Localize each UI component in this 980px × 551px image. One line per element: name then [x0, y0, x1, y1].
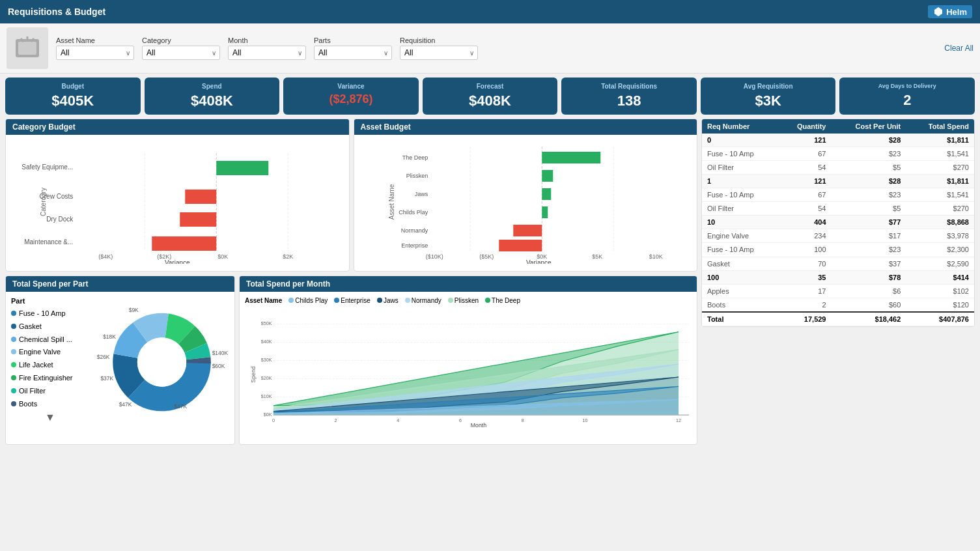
table-total-row: Total17,529$18,462$407,876	[702, 312, 974, 326]
svg-text:Month: Month	[471, 422, 486, 429]
svg-text:$0K: $0K	[217, 253, 228, 260]
clear-all-button[interactable]: Clear All	[944, 44, 973, 53]
table-cell: 35	[778, 270, 831, 284]
table-cell: Fuse - 10 Amp	[702, 188, 778, 202]
table-cell: Fuse - 10 Amp	[702, 147, 778, 161]
table-cell: 100	[778, 243, 831, 257]
asset-budget-chart: Asset Name The Deep Plissken Jaws Childs…	[359, 140, 692, 264]
legend-item: Life Jacket	[11, 359, 89, 372]
svg-text:$47K: $47K	[119, 401, 132, 408]
svg-text:Spend: Spend	[250, 366, 257, 382]
col-req-number: Req Number	[702, 119, 778, 134]
table-cell: $3,978	[906, 229, 974, 243]
table-cell: $78	[832, 270, 906, 284]
svg-text:8: 8	[522, 418, 524, 423]
table-row: Oil Filter54$5$270	[702, 161, 974, 175]
filter-parts: Parts All	[314, 36, 392, 60]
filter-month: Month All	[228, 36, 306, 60]
kpi-row: Budget $405K Spend $408K Variance ($2,87…	[0, 74, 980, 119]
table-cell: 10	[702, 216, 778, 229]
spend-per-part-body: Part Fuse - 10 Amp Gasket Chemical Spill…	[6, 292, 234, 432]
table-cell: 121	[778, 175, 831, 188]
category-budget-title: Category Budget	[6, 119, 349, 135]
svg-text:($4K): ($4K)	[98, 253, 113, 260]
table-cell: $2,300	[906, 243, 974, 257]
table-row: 10404$77$8,868	[702, 216, 974, 229]
svg-text:$60K: $60K	[212, 363, 225, 369]
table-cell: 54	[778, 202, 831, 216]
legend-item: Chemical Spill ...	[11, 333, 89, 346]
svg-text:Childs Play: Childs Play	[399, 209, 428, 216]
table-row: 0121$28$1,811	[702, 134, 974, 147]
requisition-select[interactable]: All	[400, 46, 478, 60]
svg-text:$47K: $47K	[174, 403, 187, 410]
table-cell: 54	[778, 161, 831, 175]
table-cell: 67	[778, 188, 831, 202]
table-row: Gasket70$37$2,590	[702, 257, 974, 270]
table-cell: $37	[832, 257, 906, 270]
svg-text:Dry Dock: Dry Dock	[46, 216, 74, 223]
table-cell: $120	[906, 298, 974, 312]
svg-text:Caterogry: Caterogry	[40, 188, 47, 216]
table-cell: $270	[906, 161, 974, 175]
legend-item: Fuse - 10 Amp	[11, 307, 89, 320]
req-table-container[interactable]: Req Number Quantity Cost Per Unit Total …	[701, 119, 975, 327]
month-select[interactable]: All	[228, 46, 306, 60]
app-title: Requisitions & Budget	[8, 7, 105, 17]
svg-text:Maintenance &...: Maintenance &...	[24, 238, 73, 246]
svg-text:$5K: $5K	[592, 253, 602, 260]
svg-rect-38	[499, 240, 542, 251]
scroll-down-icon[interactable]: ▼	[11, 410, 89, 425]
table-cell: Fuse - 10 Amp	[702, 243, 778, 257]
kpi-avg-days: Avg Days to Delivery 2	[839, 78, 975, 115]
svg-text:Asset Name: Asset Name	[388, 184, 395, 219]
svg-text:Crew Costs: Crew Costs	[40, 193, 74, 200]
svg-marker-0	[934, 7, 942, 16]
table-cell: Gasket	[702, 257, 778, 270]
table-cell: $5	[832, 202, 906, 216]
parts-select[interactable]: All	[314, 46, 392, 60]
table-cell: 67	[778, 147, 831, 161]
svg-text:$2K: $2K	[283, 253, 293, 260]
table-cell: $17	[832, 229, 906, 243]
svg-text:($10K): ($10K)	[425, 253, 443, 260]
category-select[interactable]: All	[142, 46, 220, 60]
top-charts-row: Category Budget Caterogry Safety Equipme…	[5, 119, 697, 272]
table-total-cell: Total	[702, 312, 778, 326]
left-column: Category Budget Caterogry Safety Equipme…	[5, 119, 697, 445]
svg-rect-36	[542, 206, 548, 218]
table-cell: Oil Filter	[702, 161, 778, 175]
table-cell: Apples	[702, 284, 778, 298]
kpi-forecast: Forecast $408K	[423, 78, 558, 115]
table-cell: $23	[832, 243, 906, 257]
table-cell: $60	[832, 298, 906, 312]
table-cell: $1,811	[906, 134, 974, 147]
col-cost-per-unit: Cost Per Unit	[832, 119, 906, 134]
legend-the-deep: The Deep	[485, 297, 520, 304]
filter-category: Category All	[142, 36, 220, 60]
helm-logo: Helm	[928, 5, 972, 18]
table-cell: $28	[832, 175, 906, 188]
svg-text:6: 6	[459, 418, 462, 423]
spend-per-part-panel: Total Spend per Part Part Fuse - 10 Amp …	[5, 276, 235, 445]
table-cell: Boots	[702, 298, 778, 312]
table-cell: 17	[778, 284, 831, 298]
svg-rect-2	[18, 42, 36, 55]
legend-enterprise: Enterprise	[334, 297, 371, 304]
kpi-spend: Spend $408K	[145, 78, 280, 115]
table-row: Fuse - 10 Amp67$23$1,541	[702, 188, 974, 202]
svg-text:$37K: $37K	[100, 375, 113, 382]
spend-month-chart: Spend $50K $40K $30K $20K $10K $0K	[245, 307, 692, 437]
table-header-row: Req Number Quantity Cost Per Unit Total …	[702, 119, 974, 134]
table-cell: Oil Filter	[702, 202, 778, 216]
table-cell: $23	[832, 188, 906, 202]
filter-asset-name: Asset Name All	[56, 36, 134, 60]
svg-text:$0K: $0K	[264, 412, 272, 417]
spend-per-month-panel: Total Spend per Month Asset Name Childs …	[239, 276, 697, 445]
asset-name-select[interactable]: All	[56, 46, 134, 60]
category-budget-panel: Category Budget Caterogry Safety Equipme…	[5, 119, 350, 272]
table-row: Fuse - 10 Amp100$23$2,300	[702, 243, 974, 257]
table-total-cell: 17,529	[778, 312, 831, 326]
table-row: 10035$78$414	[702, 270, 974, 284]
table-cell: 2	[778, 298, 831, 312]
